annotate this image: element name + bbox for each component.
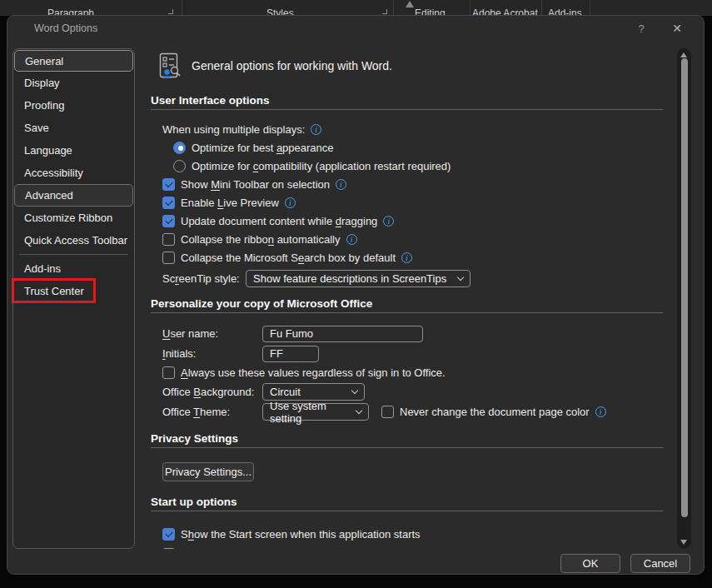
screentip-style-label: ScreenTip style:: [162, 272, 240, 285]
sidebar-item-add-ins[interactable]: Add-ins: [13, 257, 134, 280]
start-screen-label[interactable]: Show the Start screen when this applicat…: [181, 528, 421, 541]
scrollbar-thumb[interactable]: [681, 58, 688, 517]
info-icon[interactable]: i: [336, 179, 346, 190]
screentip-row: ScreenTip style: Show feature descriptio…: [162, 268, 665, 288]
never-change-page-color-label[interactable]: Never change the document page color: [400, 406, 590, 418]
always-use-checkbox[interactable]: [162, 366, 175, 379]
sidebar-item-display[interactable]: Display: [13, 72, 134, 94]
ribbon-separator: [393, 0, 394, 16]
dialog-launcher-icon[interactable]: [382, 9, 387, 14]
editing-group-icon-fragment: [406, 1, 414, 7]
general-options-icon: [159, 52, 184, 79]
page-header: General options for working with Word.: [159, 52, 665, 80]
presence-flags-row: Show names on presence flags: [162, 545, 665, 549]
page-title: General options for working with Word.: [192, 59, 392, 72]
sidebar-item-quick-access-toolbar[interactable]: Quick Access Toolbar: [13, 229, 134, 252]
compatibility-label[interactable]: Optimize for compatibility (application …: [192, 160, 451, 172]
user-name-field[interactable]: [262, 326, 423, 342]
radio-row-best-appearance: Optimize for best appearance: [173, 138, 665, 157]
mini-toolbar-row: Show Mini Toolbar on selection i: [162, 175, 665, 193]
info-icon[interactable]: i: [285, 197, 296, 208]
collapse-ribbon-label[interactable]: Collapse the ribbon automatically: [181, 233, 341, 246]
initials-label: Initials:: [162, 347, 256, 360]
scrollbar[interactable]: [677, 48, 691, 549]
help-button[interactable]: ?: [630, 21, 652, 37]
chevron-down-icon: [457, 273, 464, 280]
sidebar-item-proofing[interactable]: Proofing: [13, 94, 134, 117]
initials-row: Initials:: [162, 344, 665, 363]
scroll-up-icon[interactable]: [680, 52, 687, 57]
screentip-style-dropdown[interactable]: Show feature descriptions in ScreenTips: [246, 270, 471, 287]
collapse-search-checkbox[interactable]: [162, 252, 175, 264]
dialog-launcher-icon[interactable]: [168, 9, 173, 14]
collapse-search-label[interactable]: Collapse the Microsoft Search box by def…: [181, 252, 396, 264]
ribbon-separator: [182, 0, 182, 16]
section-title-ui: User Interface options: [151, 94, 665, 107]
radio-row-compatibility: Optimize for compatibility (application …: [173, 157, 665, 175]
sidebar-item-advanced[interactable]: Advanced: [14, 184, 133, 207]
ok-button[interactable]: OK: [560, 554, 620, 573]
initials-field[interactable]: [262, 346, 319, 362]
info-icon[interactable]: i: [383, 216, 394, 227]
live-preview-checkbox[interactable]: [162, 197, 175, 209]
always-use-row: Always use these values regardless of si…: [162, 364, 665, 381]
content-pane: General options for working with Word. U…: [151, 48, 665, 549]
info-icon[interactable]: i: [311, 124, 321, 135]
office-background-label: Office Background:: [162, 386, 256, 398]
collapse-ribbon-row: Collapse the ribbon automatically i: [162, 230, 665, 248]
best-appearance-label[interactable]: Optimize for best appearance: [192, 142, 334, 154]
office-theme-label: Office Theme:: [162, 406, 256, 418]
sidebar-item-accessibility[interactable]: Accessibility: [13, 162, 134, 184]
close-icon[interactable]: ✕: [666, 20, 688, 37]
section-divider: [151, 511, 663, 511]
start-screen-checkbox[interactable]: [162, 528, 175, 541]
presence-flags-checkbox[interactable]: [162, 548, 175, 550]
ribbon-separator: [470, 0, 471, 16]
user-name-row: User name:: [162, 324, 665, 343]
info-icon[interactable]: i: [401, 252, 412, 263]
mini-toolbar-checkbox[interactable]: [162, 178, 175, 191]
sidebar-separator: [19, 254, 128, 255]
sidebar-item-customize-ribbon[interactable]: Customize Ribbon: [13, 207, 134, 229]
word-options-dialog: Word Options ? ✕ General Display Proofin…: [7, 15, 705, 575]
compatibility-radio[interactable]: [173, 160, 186, 172]
live-preview-row: Enable Live Preview i: [162, 193, 665, 212]
presence-flags-label[interactable]: Show names on presence flags: [181, 548, 331, 550]
ribbon-separator: [590, 0, 590, 16]
office-background-row: Office Background: Circuit: [162, 382, 665, 401]
sidebar-item-general[interactable]: General: [14, 50, 133, 72]
section-title-personalize: Personalize your copy of Microsoft Offic…: [151, 297, 665, 311]
dialog-title: Word Options: [34, 22, 97, 34]
chevron-down-icon: [356, 407, 362, 414]
sidebar-item-language[interactable]: Language: [13, 139, 134, 162]
collapse-ribbon-checkbox[interactable]: [162, 233, 175, 246]
never-change-page-color-checkbox[interactable]: [381, 406, 394, 418]
always-use-label[interactable]: Always use these values regardless of si…: [181, 366, 446, 379]
update-dragging-label[interactable]: Update document content while dragging: [181, 215, 377, 227]
section-title-startup: Start up options: [151, 496, 665, 509]
multiple-displays-row: When using multiple displays: i: [162, 120, 665, 138]
privacy-settings-button[interactable]: Privacy Settings...: [162, 462, 254, 481]
section-divider: [151, 312, 663, 313]
chevron-down-icon: [351, 387, 358, 394]
info-icon[interactable]: i: [595, 406, 606, 417]
scroll-down-icon[interactable]: [680, 540, 687, 545]
sidebar-item-save[interactable]: Save: [13, 117, 134, 139]
section-title-privacy: Privacy Settings: [151, 432, 665, 446]
ribbon-separator: [541, 0, 542, 16]
info-icon[interactable]: i: [346, 234, 357, 245]
update-dragging-row: Update document content while dragging i: [162, 212, 665, 230]
update-dragging-checkbox[interactable]: [162, 215, 175, 227]
ribbon-strip: Paragraph Styles Editing Adobe Acrobat A…: [0, 0, 712, 16]
live-preview-label[interactable]: Enable Live Preview: [181, 197, 279, 209]
user-name-label: User name:: [162, 327, 256, 340]
mini-toolbar-label[interactable]: Show Mini Toolbar on selection: [181, 178, 330, 191]
best-appearance-radio[interactable]: [173, 142, 186, 154]
office-theme-dropdown[interactable]: Use system setting: [262, 403, 369, 421]
collapse-search-row: Collapse the Microsoft Search box by def…: [162, 248, 665, 267]
office-background-dropdown[interactable]: Circuit: [262, 383, 365, 401]
section-divider: [151, 109, 663, 110]
sidebar: General Display Proofing Save Language A…: [12, 48, 135, 549]
sidebar-item-trust-center[interactable]: Trust Center: [13, 280, 134, 302]
cancel-button[interactable]: Cancel: [630, 554, 690, 573]
